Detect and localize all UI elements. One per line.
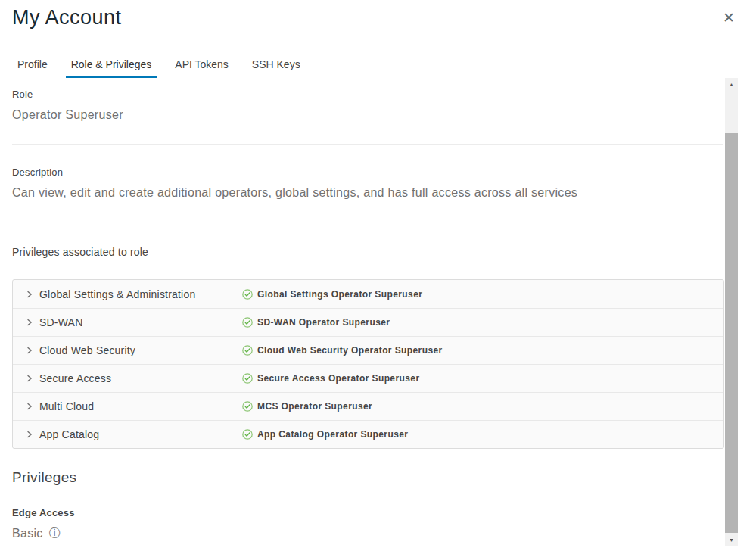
tab-ssh-keys[interactable]: SSH Keys (247, 52, 306, 79)
check-circle-icon (242, 289, 253, 300)
check-circle-icon (242, 345, 253, 356)
description-label: Description (12, 166, 725, 178)
tab-role-privileges[interactable]: Role & Privileges (66, 52, 157, 79)
chevron-right-icon (26, 291, 33, 298)
chevron-right-icon (26, 319, 33, 326)
chevron-right-icon (26, 403, 33, 410)
check-circle-icon (242, 317, 253, 328)
edge-access-value: Basic (12, 527, 43, 540)
row-privilege: SD-WAN Operator Superuser (257, 317, 390, 328)
scrollbar-thumb[interactable] (725, 133, 738, 533)
table-row-secure-access[interactable]: Secure Access Secure Access Operator Sup… (13, 364, 723, 392)
close-icon[interactable]: ✕ (723, 11, 735, 25)
tab-panel-role-privileges: Role Operator Superuser Description Can … (0, 78, 725, 546)
check-circle-icon (242, 373, 253, 384)
row-privilege: Cloud Web Security Operator Superuser (257, 345, 443, 356)
tab-api-tokens[interactable]: API Tokens (170, 52, 234, 79)
my-account-dialog: My Account ✕ Profile Role & Privileges A… (0, 0, 756, 557)
table-row-app-catalog[interactable]: App Catalog App Catalog Operator Superus… (13, 420, 723, 448)
row-name: App Catalog (39, 428, 242, 440)
chevron-right-icon (26, 347, 33, 354)
role-label: Role (12, 89, 725, 100)
table-row-sd-wan[interactable]: SD-WAN SD-WAN Operator Superuser (13, 308, 723, 336)
row-name: Global Settings & Administration (39, 288, 242, 300)
row-privilege: Secure Access Operator Superuser (257, 373, 419, 384)
divider (12, 144, 723, 145)
check-circle-icon (242, 429, 253, 440)
description-value: Can view, edit and create additional ope… (12, 186, 725, 200)
info-icon[interactable]: ⓘ (49, 526, 61, 540)
table-row-cloud-web-security[interactable]: Cloud Web Security Cloud Web Security Op… (13, 336, 723, 364)
table-row-global-settings[interactable]: Global Settings & Administration Global … (13, 280, 723, 308)
check-circle-icon (242, 401, 253, 412)
role-value: Operator Superuser (12, 108, 725, 122)
edge-access-label: Edge Access (12, 507, 725, 518)
chevron-right-icon (26, 375, 33, 382)
chevron-right-icon (26, 431, 33, 438)
row-privilege: Global Settings Operator Superuser (257, 289, 422, 300)
row-privilege: App Catalog Operator Superuser (257, 429, 408, 440)
divider (12, 222, 723, 222)
table-row-multi-cloud[interactable]: Multi Cloud MCS Operator Superuser (13, 392, 723, 420)
row-privilege: MCS Operator Superuser (257, 401, 372, 412)
scroll-up-icon[interactable]: ▲ (725, 78, 738, 90)
row-name: Secure Access (39, 372, 242, 384)
vertical-scrollbar[interactable]: ▲ ▼ (725, 78, 738, 546)
tab-profile[interactable]: Profile (12, 52, 53, 79)
privileges-table-heading: Privileges associated to role (12, 246, 725, 258)
page-title: My Account (12, 6, 122, 30)
scroll-down-icon[interactable]: ▼ (725, 534, 738, 546)
row-name: Cloud Web Security (39, 344, 242, 356)
row-name: SD-WAN (39, 316, 242, 328)
tab-bar: Profile Role & Privileges API Tokens SSH… (12, 52, 738, 79)
privileges-table: Global Settings & Administration Global … (12, 279, 724, 449)
privileges-section-heading: Privileges (12, 469, 725, 486)
edge-access-value-row: Basic ⓘ (12, 526, 725, 540)
row-name: Multi Cloud (39, 400, 242, 412)
